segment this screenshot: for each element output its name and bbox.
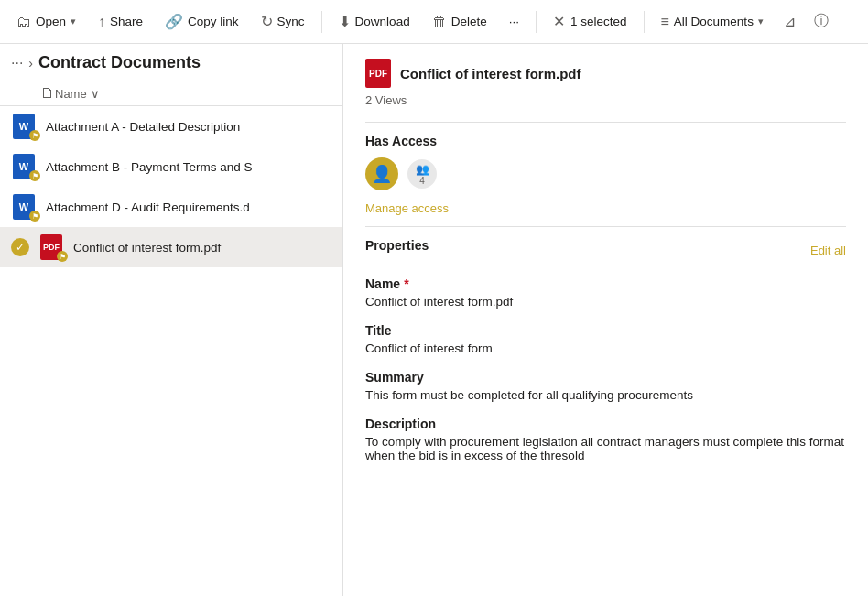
file-name: Attachment B - Payment Terms and S (46, 160, 331, 174)
required-star: * (404, 276, 408, 291)
group-count: 4 (419, 176, 425, 186)
pin-badge: ⚑ (29, 211, 40, 222)
pin-badge: ⚑ (57, 251, 68, 262)
user-avatar-icon: 👤 (372, 164, 392, 184)
description-property-label: Description (365, 417, 846, 431)
title-property-label: Title (365, 323, 846, 338)
edit-all-link[interactable]: Edit all (810, 244, 846, 257)
has-access-title: Has Access (365, 134, 846, 148)
section-divider-1 (365, 122, 846, 123)
breadcrumb: ··· › Contract Documents (0, 44, 342, 81)
filter-button[interactable]: ⊿ (776, 9, 803, 34)
more-button[interactable]: ··· (500, 11, 528, 32)
detail-file-name: Conflict of interest form.pdf (400, 66, 581, 81)
group-icon: 👥 (416, 163, 429, 176)
file-column-icon: 🗋 (40, 85, 55, 102)
file-name: Conflict of interest form.pdf (73, 241, 331, 255)
list-item[interactable]: W ⚑ Attachment B - Payment Terms and S (0, 146, 342, 187)
left-panel: ··· › Contract Documents 🗋 Name ∨ W ⚑ At… (0, 44, 343, 596)
info-icon: ⓘ (814, 12, 829, 31)
right-panel: PDF Conflict of interest form.pdf 2 View… (343, 44, 868, 596)
group-avatar: 👥 4 (406, 157, 439, 190)
file-type-icon: W ⚑ (11, 114, 37, 139)
copy-link-button[interactable]: 🔗 Copy link (156, 9, 248, 34)
download-icon: ⬇ (339, 13, 351, 30)
sync-icon: ↻ (261, 13, 273, 30)
list-item[interactable]: W ⚑ Attachment A - Detailed Description (0, 106, 342, 146)
properties-title: Properties (365, 238, 429, 253)
summary-property-label: Summary (365, 370, 846, 385)
open-chevron-icon: ▾ (71, 16, 76, 27)
file-name: Attachment A - Detailed Description (46, 120, 331, 134)
list-item[interactable]: ✓ PDF ⚑ Conflict of interest form.pdf (0, 227, 342, 267)
views-count: 2 Views (365, 93, 846, 107)
selected-badge: ✕ 1 selected (544, 9, 636, 34)
pin-badge: ⚑ (29, 130, 40, 141)
list-item[interactable]: W ⚑ Attachment D - Audit Requirements.d (0, 187, 342, 227)
open-icon: 🗂 (16, 14, 31, 30)
file-type-icon: W ⚑ (11, 154, 37, 179)
toolbar-divider-3 (644, 11, 645, 33)
page-title: Contract Documents (38, 53, 201, 72)
file-list: W ⚑ Attachment A - Detailed Description … (0, 106, 342, 596)
share-icon: ↑ (98, 14, 105, 30)
file-list-header: 🗋 Name ∨ (0, 81, 342, 106)
toolbar-divider-2 (536, 11, 537, 33)
summary-property-value: This form must be completed for all qual… (365, 388, 846, 402)
manage-access-link[interactable]: Manage access (365, 201, 449, 215)
list-icon: ≡ (661, 14, 669, 30)
toolbar: 🗂 Open ▾ ↑ Share 🔗 Copy link ↻ Sync ⬇ Do… (0, 0, 868, 44)
name-property-value: Conflict of interest form.pdf (365, 295, 846, 309)
main-layout: ··· › Contract Documents 🗋 Name ∨ W ⚑ At… (0, 44, 868, 596)
delete-button[interactable]: 🗑 Delete (423, 10, 496, 34)
properties-header: Properties Edit all (365, 238, 846, 262)
info-button[interactable]: ⓘ (807, 8, 836, 35)
toolbar-divider-1 (321, 11, 322, 33)
file-type-icon: W ⚑ (11, 194, 37, 220)
user-avatar: 👤 (365, 157, 398, 190)
name-sort-icon: ∨ (91, 87, 100, 101)
file-detail-header: PDF Conflict of interest form.pdf (365, 59, 846, 88)
section-divider-2 (365, 226, 846, 227)
has-access-section: Has Access 👤 👥 4 Manage access (365, 134, 846, 215)
all-docs-chevron-icon: ▾ (758, 16, 764, 27)
name-property-label: Name * (365, 276, 846, 291)
download-button[interactable]: ⬇ Download (330, 9, 419, 34)
share-button[interactable]: ↑ Share (89, 10, 152, 34)
file-type-icon: PDF ⚑ (38, 234, 64, 260)
file-name: Attachment D - Audit Requirements.d (46, 200, 331, 214)
all-documents-button[interactable]: ≡ All Documents ▾ (652, 10, 773, 34)
name-column-header[interactable]: Name ∨ (55, 87, 100, 101)
selected-checkmark-icon: ✓ (11, 238, 29, 256)
deselect-icon[interactable]: ✕ (553, 13, 565, 30)
breadcrumb-more-button[interactable]: ··· (11, 55, 23, 71)
title-property-value: Conflict of interest form (365, 341, 846, 355)
detail-pdf-icon: PDF (365, 59, 391, 88)
filter-icon: ⊿ (784, 13, 796, 30)
access-avatars: 👤 👥 4 (365, 157, 846, 190)
link-icon: 🔗 (165, 13, 183, 30)
description-property-value: To comply with procurement legislation a… (365, 435, 846, 462)
delete-icon: 🗑 (432, 14, 447, 30)
sync-button[interactable]: ↻ Sync (252, 9, 314, 34)
properties-section: Properties Edit all Name * Conflict of i… (365, 238, 846, 462)
pin-badge: ⚑ (29, 170, 40, 181)
open-button[interactable]: 🗂 Open ▾ (7, 10, 85, 34)
breadcrumb-chevron-icon: › (28, 56, 33, 70)
